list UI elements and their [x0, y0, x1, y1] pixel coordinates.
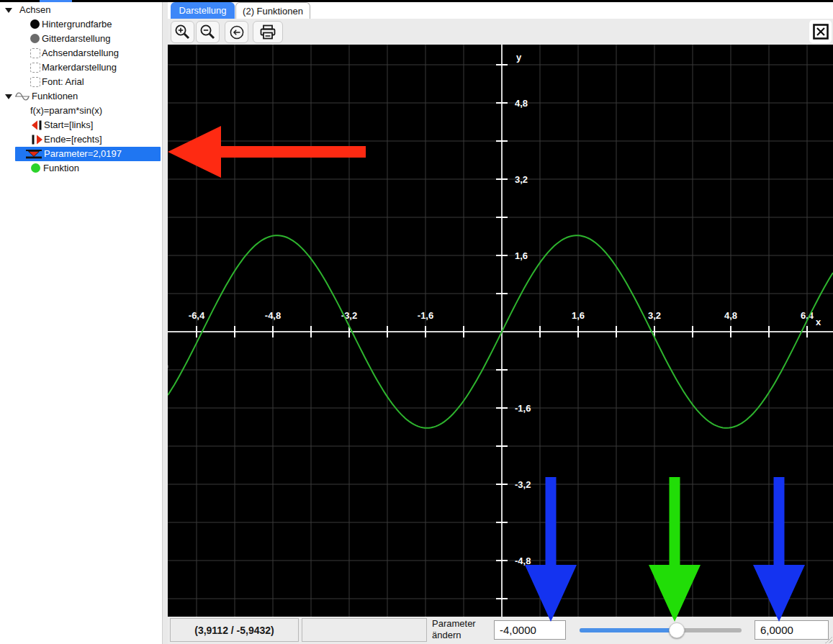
start-marker-icon-wrap [31, 120, 43, 130]
tree-item-label: Hintergrundfarbe [42, 17, 112, 32]
tree-item-funktion[interactable]: Funktion [0, 161, 162, 176]
tree-item-label: Ende=[rechts] [44, 132, 102, 147]
tree-item-gitterdarstellung[interactable]: Gitterdarstellung [0, 32, 162, 46]
disclosure-triangle-icon[interactable] [5, 94, 12, 99]
back-arrow-icon [228, 23, 246, 42]
red-arrow-left [168, 126, 366, 178]
status-bar: (3,9112 / -5,9432) Parameter ändern [168, 617, 833, 644]
main-panel: Darstellung(2) Funktionen -6,4-4,8-3,2-1… [168, 2, 833, 644]
resize-grip-icon[interactable] [825, 636, 832, 643]
tree-item-label: Start=[links] [44, 118, 93, 132]
tree-item-label: Parameter=2,0197 [44, 147, 122, 161]
tree-item-achsendarstellung[interactable]: Achsendarstellung [0, 46, 162, 60]
toolbar [168, 19, 833, 45]
tree-item-label: Achsen [19, 3, 50, 17]
printer-icon [258, 23, 278, 42]
axis-tick-labels: -6,4-4,8-3,2-1,61,63,24,86,44,83,21,6-1,… [189, 52, 821, 566]
svg-text:-4,8: -4,8 [265, 310, 281, 321]
circle-black-icon [30, 19, 40, 29]
svg-text:-1,6: -1,6 [515, 403, 531, 414]
circle-green-icon [31, 163, 40, 173]
tree-item-label: Funktionen [32, 89, 78, 104]
slider-thumb[interactable] [669, 622, 685, 638]
tab-bar: Darstellung(2) Funktionen [168, 2, 833, 19]
tree-item-label: Funktion [43, 161, 79, 176]
svg-text:-3,2: -3,2 [515, 479, 531, 490]
tree-item-funktionen[interactable]: Funktionen [0, 89, 162, 104]
tree-item-ende-rechts[interactable]: Ende=[rechts] [0, 132, 162, 147]
dashed-selection-box-icon [30, 63, 40, 73]
tab-2-funktionen[interactable]: (2) Funktionen [235, 2, 310, 19]
sine-icon-wrap [15, 91, 30, 101]
zoom-out-button[interactable] [196, 21, 220, 43]
plot-svg: -6,4-4,8-3,2-1,61,63,24,86,44,83,21,6-1,… [168, 45, 833, 617]
tree-item-font-arial[interactable]: Font: Arial [0, 75, 162, 89]
close-icon [813, 24, 829, 40]
close-button[interactable] [809, 20, 832, 43]
tab-darstellung[interactable]: Darstellung [171, 2, 235, 19]
svg-text:-6,4: -6,4 [189, 310, 205, 321]
settings-tree-sidebar: AchsenHintergrundfarbeGitterdarstellungA… [0, 2, 162, 644]
parameter-min-input[interactable] [494, 620, 566, 640]
svg-text:-4,8: -4,8 [515, 555, 531, 566]
blue-arrow-down-1 [525, 477, 577, 622]
window-top-strip [0, 0, 833, 2]
tree-item-parameter-2-0197[interactable]: Parameter=2,0197 [0, 147, 162, 161]
start-marker-icon [31, 120, 43, 130]
tree-item-start-links[interactable]: Start=[links] [0, 118, 162, 132]
x-axis-label: x [816, 317, 821, 327]
tree-item-label: Gitterdarstellung [42, 32, 110, 46]
svg-text:1,6: 1,6 [572, 310, 585, 321]
tree-item-f-x-param-sin-x[interactable]: f(x)=param*sin(x) [0, 104, 162, 118]
parameter-slider[interactable] [580, 622, 742, 638]
dashed-selection-box-icon [30, 48, 40, 58]
function-plotter-window: AchsenHintergrundfarbeGitterdarstellungA… [0, 0, 833, 644]
print-button[interactable] [253, 21, 283, 43]
grid-lines [168, 45, 833, 617]
zoom-out-icon [199, 23, 217, 42]
y-axis-label: y [516, 52, 522, 63]
svg-text:-1,6: -1,6 [418, 310, 433, 321]
tree-item-label: Achsendarstellung [42, 46, 119, 60]
svg-text:1,6: 1,6 [515, 250, 528, 261]
cursor-coordinates-text: (3,9112 / -5,9432) [194, 625, 274, 636]
back-button[interactable] [225, 21, 248, 43]
zoom-in-icon [174, 23, 192, 42]
parameter-slider-icon [26, 149, 42, 159]
plot-canvas[interactable]: -6,4-4,8-3,2-1,61,63,24,86,44,83,21,6-1,… [168, 45, 833, 617]
sine-wave-icon [15, 91, 30, 101]
slider-fill [580, 628, 677, 632]
window-top-strip-accent [40, 0, 72, 2]
tree-item-hintergrundfarbe[interactable]: Hintergrundfarbe [0, 17, 162, 32]
status-bar-empty-section [302, 618, 427, 642]
sidebar-splitter[interactable] [162, 2, 168, 644]
blue-arrow-down-2 [753, 477, 805, 622]
disclosure-triangle-icon[interactable] [5, 8, 12, 13]
dashed-selection-box-icon [30, 77, 40, 87]
svg-text:4,8: 4,8 [515, 98, 528, 109]
parameter-change-label: Parameter ändern [432, 618, 476, 641]
tree-item-achsen[interactable]: Achsen [0, 3, 162, 17]
tree-item-markerdarstellung[interactable]: Markerdarstellung [0, 60, 162, 75]
tree-item-label: Font: Arial [42, 75, 84, 89]
svg-text:4,8: 4,8 [724, 310, 737, 321]
svg-text:3,2: 3,2 [515, 174, 528, 185]
end-marker-icon [31, 135, 43, 145]
tree-item-label: Markerdarstellung [42, 60, 117, 75]
zoom-in-button[interactable] [171, 21, 194, 43]
parameter-max-input[interactable] [755, 620, 829, 640]
tree-item-label: f(x)=param*sin(x) [30, 104, 102, 118]
circle-gray-icon [30, 34, 40, 43]
cursor-coordinates: (3,9112 / -5,9432) [170, 618, 299, 642]
parameter-slider-icon-wrap [26, 149, 42, 159]
svg-text:3,2: 3,2 [648, 310, 661, 321]
end-marker-icon-wrap [31, 135, 43, 145]
